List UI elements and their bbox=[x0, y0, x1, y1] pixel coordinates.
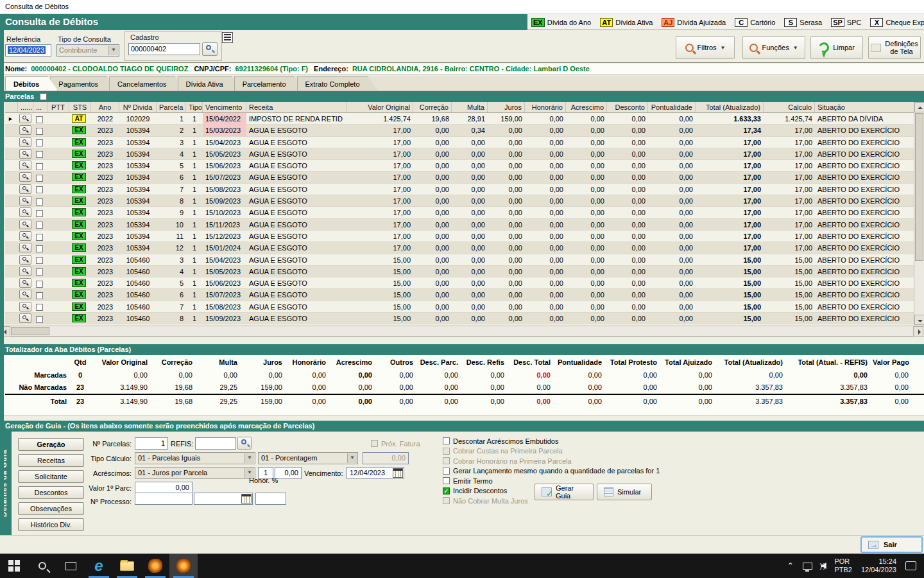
table-row[interactable]: EX20231054603115/04/2023AGUA E ESGOTO15,… bbox=[5, 254, 919, 266]
taskbar-search-button[interactable] bbox=[28, 554, 56, 578]
vertical-scrollbar[interactable] bbox=[914, 102, 924, 325]
tab-d-vida-ativa[interactable]: Dívida Ativa bbox=[178, 76, 242, 91]
nav-button-receitas[interactable]: Receitas bbox=[18, 454, 84, 467]
calculator-icon[interactable] bbox=[241, 494, 252, 504]
horizontal-scroll-thumb[interactable] bbox=[11, 327, 49, 335]
language-indicator[interactable]: PORPTB2 bbox=[834, 557, 852, 574]
row-magnifier-button[interactable] bbox=[19, 302, 31, 311]
column-header-total-atualizado[interactable]: Total (Atualizado) bbox=[696, 102, 764, 112]
processo-input[interactable] bbox=[135, 493, 193, 505]
funcoes-button[interactable]: Funções▼ bbox=[742, 36, 805, 59]
nav-button-gera-o[interactable]: Geração bbox=[18, 438, 84, 451]
row-checkbox[interactable] bbox=[36, 245, 43, 252]
column-header-situa-o[interactable]: Situação bbox=[815, 102, 919, 112]
column-header-corre-o[interactable]: Correção bbox=[413, 102, 452, 112]
honor-input[interactable] bbox=[255, 493, 286, 505]
row-checkbox[interactable] bbox=[36, 128, 43, 135]
acrescimos-amount-input[interactable]: 0,00 bbox=[275, 467, 302, 479]
table-row[interactable]: ►AT20221020291115/04/2022IMPOSTO DE REND… bbox=[5, 113, 919, 125]
row-magnifier-button[interactable] bbox=[19, 125, 31, 135]
sair-button[interactable]: Sair bbox=[860, 536, 923, 553]
n-parcelas-input[interactable]: 1 bbox=[135, 437, 168, 450]
column-header-juros[interactable]: Juros bbox=[488, 102, 525, 112]
table-row[interactable]: EX20231053945115/06/2023AGUA E ESGOTO17,… bbox=[5, 160, 919, 171]
list-icon[interactable] bbox=[222, 32, 233, 43]
table-row[interactable]: EX20231054606115/07/2023AGUA E ESGOTO15,… bbox=[5, 289, 919, 301]
row-magnifier-button[interactable] bbox=[19, 313, 31, 323]
row-checkbox[interactable] bbox=[36, 163, 43, 170]
row-magnifier-button[interactable] bbox=[19, 207, 31, 217]
tray-chevron-up-icon[interactable]: ⌃ bbox=[787, 561, 794, 570]
row-magnifier-button[interactable] bbox=[19, 255, 31, 265]
row-magnifier-button[interactable] bbox=[19, 267, 31, 276]
table-row[interactable]: EX20231054604115/05/2023AGUA E ESGOTO15,… bbox=[5, 266, 919, 277]
column-header-sts[interactable]: STS bbox=[69, 102, 91, 112]
checkbox-descontar-acr-scimos-embutidos[interactable]: Descontar Acréscimos Embutidos bbox=[443, 436, 660, 446]
limpar-button[interactable]: Limpar bbox=[810, 36, 863, 59]
app-button-1[interactable] bbox=[141, 554, 169, 578]
row-magnifier-button[interactable] bbox=[19, 243, 31, 252]
row-magnifier-button[interactable] bbox=[19, 231, 31, 241]
row-magnifier-button[interactable] bbox=[19, 172, 31, 182]
column-header-[interactable]: ... bbox=[33, 102, 47, 112]
checkbox-box[interactable] bbox=[443, 437, 450, 444]
checkbox-box[interactable] bbox=[443, 468, 450, 475]
nav-button-hist-rico-div[interactable]: Histórico Div. bbox=[18, 518, 84, 531]
table-row[interactable]: EX20231053948115/09/2023AGUA E ESGOTO17,… bbox=[5, 195, 919, 207]
parcelas-checkbox[interactable] bbox=[40, 93, 47, 100]
scroll-down-button[interactable] bbox=[914, 315, 924, 325]
row-checkbox[interactable] bbox=[36, 198, 43, 206]
column-header-pontualidade[interactable]: Pontualidade bbox=[648, 102, 696, 112]
row-magnifier-button[interactable] bbox=[19, 184, 31, 194]
column-header-parcela[interactable]: Parcela bbox=[157, 102, 186, 112]
processo-input-2[interactable] bbox=[194, 493, 253, 505]
row-checkbox[interactable] bbox=[36, 139, 43, 146]
volume-icon[interactable]: ) ) bbox=[821, 563, 826, 570]
column-header-multa[interactable]: Multa bbox=[452, 102, 488, 112]
column-header-acrescimo[interactable]: Acrescimo bbox=[566, 102, 607, 112]
vertical-scroll-thumb[interactable] bbox=[915, 113, 923, 261]
table-row[interactable]: EX202310539411115/12/2023AGUA E ESGOTO17… bbox=[5, 231, 919, 242]
table-row[interactable]: EX20231053943115/04/2023AGUA E ESGOTO17,… bbox=[5, 137, 919, 148]
table-row[interactable]: EX20231054607115/08/2023AGUA E ESGOTO15,… bbox=[5, 301, 919, 313]
network-icon[interactable] bbox=[803, 563, 812, 570]
checkbox-gerar-lan-amento-mesmo-quando-a-quantidade-de-parcelas-for-1[interactable]: Gerar Lançamento mesmo quando a quantida… bbox=[443, 466, 660, 476]
row-checkbox[interactable] bbox=[36, 210, 43, 217]
start-button[interactable] bbox=[0, 554, 28, 578]
column-header-ptt[interactable]: PTT bbox=[47, 102, 69, 112]
column-header-ano[interactable]: Ano bbox=[91, 102, 119, 112]
checkbox-box[interactable]: ✓ bbox=[443, 487, 450, 495]
column-header-n-divida[interactable]: Nº Divida bbox=[119, 102, 157, 112]
tipo-consulta-select[interactable]: Contribuinte▼ bbox=[56, 44, 119, 57]
row-checkbox[interactable] bbox=[36, 222, 43, 229]
gerar-guia-button[interactable]: Gerar Guia bbox=[535, 484, 594, 500]
row-checkbox[interactable] bbox=[36, 151, 43, 158]
table-row[interactable]: EX20231053946115/07/2023AGUA E ESGOTO17,… bbox=[5, 171, 919, 183]
acrescimos-select[interactable]: 01 - Juros por Parcela▼ bbox=[135, 467, 255, 479]
row-checkbox[interactable] bbox=[36, 304, 43, 311]
filtros-button[interactable]: Filtros▼ bbox=[676, 36, 735, 59]
row-checkbox[interactable] bbox=[36, 268, 43, 276]
column-header-[interactable]: ...... bbox=[18, 102, 33, 112]
row-magnifier-button[interactable] bbox=[19, 161, 31, 170]
notification-icon[interactable] bbox=[905, 561, 916, 570]
horizontal-scrollbar[interactable] bbox=[0, 326, 924, 337]
row-magnifier-button[interactable] bbox=[19, 137, 31, 147]
row-magnifier-button[interactable] bbox=[19, 149, 31, 159]
row-checkbox[interactable] bbox=[36, 116, 43, 123]
column-header-desconto[interactable]: Desconto bbox=[607, 102, 648, 112]
refis-input[interactable] bbox=[195, 437, 236, 450]
porcentagem-select[interactable]: 01 - Porcentagem▼ bbox=[258, 452, 358, 464]
table-row[interactable]: EX20231054608115/09/2023AGUA E ESGOTO15,… bbox=[5, 313, 919, 324]
column-header-vencimento[interactable]: Vencimento bbox=[203, 102, 246, 112]
table-row[interactable]: EX20231054605115/06/2023AGUA E ESGOTO15,… bbox=[5, 277, 919, 289]
cadastro-input[interactable]: 000000402 bbox=[128, 43, 200, 55]
table-row[interactable]: EX20231053944115/05/2023AGUA E ESGOTO17,… bbox=[5, 148, 919, 160]
table-row[interactable]: EX202310539410115/11/2023AGUA E ESGOTO17… bbox=[5, 219, 919, 231]
file-explorer-button[interactable] bbox=[113, 554, 141, 578]
vencimento-input[interactable]: 12/04/2023 bbox=[346, 467, 404, 479]
scroll-up-button[interactable] bbox=[914, 102, 924, 112]
table-row[interactable]: EX202310539412115/01/2024AGUA E ESGOTO17… bbox=[5, 242, 919, 254]
row-magnifier-button[interactable] bbox=[19, 114, 31, 123]
row-checkbox[interactable] bbox=[36, 292, 43, 299]
